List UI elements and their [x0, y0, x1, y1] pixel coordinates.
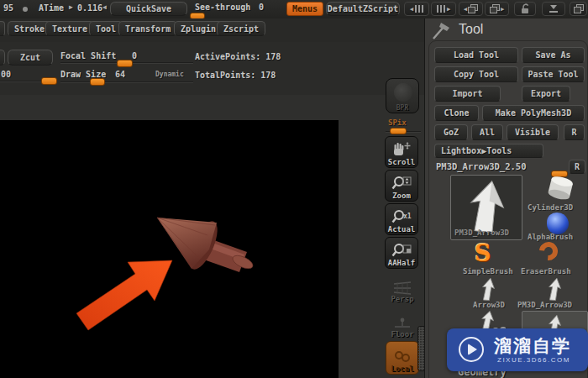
prev-document-button[interactable]: ◀ [459, 2, 483, 16]
draw-size-slider[interactable] [90, 78, 105, 86]
watermark-badge: 溜溜自学 ZIXUE.3D66.COM [447, 328, 588, 371]
aahalf-label: AAHalf [388, 259, 416, 268]
actual-button[interactable]: x1 Actual [385, 203, 418, 235]
scroll-button[interactable]: Scroll [385, 136, 418, 168]
export-button[interactable]: Export [522, 86, 570, 102]
atime-prev-icon[interactable]: ◀ [102, 3, 107, 11]
top-shelf-controls: Zcut Focal Shift 0 ActivePoints: 178 00 … [0, 42, 424, 96]
play-icon [459, 337, 484, 362]
focal-shift-slider[interactable] [117, 60, 133, 67]
tab-transform[interactable]: Transform [118, 21, 177, 36]
lightbox-tools-button[interactable]: Lightbox▶Tools [434, 144, 543, 158]
visible-button[interactable]: Visible [507, 124, 559, 140]
load-tool-button[interactable]: Load Tool [434, 47, 518, 63]
button-label: Visible [515, 128, 550, 137]
button-label: Import [452, 89, 482, 98]
button-label: GoZ [444, 128, 459, 137]
dock-down-button[interactable] [542, 2, 565, 16]
zcut-label: Zcut [20, 53, 40, 62]
pm3d-arrow3d-icon[interactable] [544, 277, 564, 302]
zoom-label: Zoom [392, 192, 411, 201]
bpr-sphere-icon [394, 83, 412, 102]
partial-button-left[interactable] [0, 50, 5, 66]
button-label: Export [531, 89, 561, 98]
tab-label: Transform [125, 24, 171, 34]
zoom-button[interactable]: Zoom [385, 170, 418, 202]
tab-zplugin[interactable]: Zplugin [174, 21, 223, 36]
inventory-item-label[interactable]: SimpleBrush [463, 267, 513, 276]
tab-label: Texture [52, 24, 87, 34]
layered-windows-icon [490, 4, 500, 13]
persp-label: Persp [391, 295, 413, 304]
all-button[interactable]: All [471, 124, 503, 140]
cylinder3d-icon[interactable] [543, 176, 580, 202]
spix-slider[interactable] [390, 128, 407, 134]
scrub-stripes-icon [437, 5, 445, 13]
dynamic-toggle[interactable]: Dynamic [155, 71, 184, 78]
arrow-to-bar-icon [548, 4, 559, 13]
tab-partial-left[interactable] [0, 21, 5, 36]
sculpt-canvas[interactable] [0, 120, 339, 378]
scrub-right-arrow-icon: ▶ [447, 6, 450, 13]
floor-label: Floor [391, 330, 413, 339]
inventory-item-label[interactable]: EraserBrush [521, 267, 571, 276]
save-as-button[interactable]: Save As [522, 47, 585, 63]
partial-slider[interactable] [41, 77, 57, 85]
menus-button[interactable]: Menus [286, 2, 323, 16]
prev-arrow-icon: ◀ [464, 6, 467, 13]
next-document-button[interactable]: ▶ [485, 2, 509, 16]
open-padlock-icon [519, 3, 531, 14]
total-points-readout: TotalPoints: 178 [195, 71, 276, 80]
aahalf-button[interactable]: AAHalf [385, 237, 418, 269]
zbrush-window: 95 ATime ▶ 0.116 ◀ QuickSave See-through… [0, 0, 588, 378]
scrub-left-button[interactable]: ◀ [404, 2, 429, 16]
copy-tool-button[interactable]: Copy Tool [434, 66, 518, 82]
clone-button[interactable]: Clone [434, 105, 479, 121]
restore-tool-config-button[interactable]: R [569, 160, 585, 174]
goz-button[interactable]: GoZ [434, 124, 468, 140]
lightbox-label: Lightbox▶Tools [441, 146, 512, 155]
tab-zscript[interactable]: Zscript [217, 21, 265, 36]
inventory-item-label[interactable]: Arrow3D [473, 301, 505, 309]
alphabrush-icon[interactable] [547, 213, 569, 234]
inventory-item-label[interactable]: AlphaBrush [528, 233, 573, 241]
import-button[interactable]: Import [434, 86, 501, 102]
make-polymesh3d-button[interactable]: Make PolyMesh3D [482, 105, 585, 121]
zcut-button[interactable]: Zcut [8, 50, 53, 66]
r-small-label: R [575, 162, 580, 171]
focal-shift-label: Focal Shift [60, 51, 116, 60]
lock-button[interactable] [514, 2, 536, 16]
arrow3d-icon[interactable] [478, 277, 498, 302]
local-button[interactable]: Local [386, 341, 419, 375]
quicksave-label: QuickSave [126, 4, 171, 13]
button-label: Clone [444, 108, 469, 118]
active-tool-slider-label[interactable]: PM3D_Arrow3D_2.50 [436, 161, 526, 171]
see-through-value: 0 [259, 3, 264, 12]
inventory-item-label[interactable]: PM3D_Arrow3D [517, 301, 572, 309]
see-through-label: See-through [195, 3, 250, 12]
atime-next-icon[interactable]: ▶ [69, 3, 73, 11]
scrub-right-button[interactable]: ▶ [431, 2, 456, 16]
quicksave-button[interactable]: QuickSave [110, 2, 187, 16]
inventory-item-label[interactable]: Cylinder3D [528, 203, 573, 212]
restore-window-button[interactable] [570, 2, 587, 16]
magnifier-half-icon [391, 243, 412, 259]
bpr-button[interactable]: BPR [386, 78, 419, 113]
scrub-left-arrow-icon: ◀ [410, 6, 413, 13]
menus-label: Menus [292, 4, 318, 13]
persp-button-disabled[interactable]: Persp [386, 276, 418, 304]
restore-window-icon [574, 4, 583, 13]
r-export-button[interactable]: R [564, 124, 585, 140]
paste-tool-button[interactable]: Paste Tool [522, 66, 585, 82]
inventory-selected-thumb[interactable]: PM3D_Arrow3D [450, 175, 522, 240]
perspective-lines-icon [392, 281, 412, 295]
value-95: 95 [3, 3, 13, 13]
layered-windows-icon [468, 4, 478, 13]
inventory-item-label: PM3D_Arrow3D [454, 228, 509, 237]
default-zscript-button[interactable]: DefaultZScript [326, 2, 400, 16]
floor-button-disabled[interactable]: Floor [386, 311, 418, 339]
magnifier-zoom-icon [391, 176, 412, 192]
button-label: All [480, 128, 495, 137]
simplebrush-icon[interactable]: S [475, 240, 491, 266]
tab-texture[interactable]: Texture [45, 21, 94, 36]
